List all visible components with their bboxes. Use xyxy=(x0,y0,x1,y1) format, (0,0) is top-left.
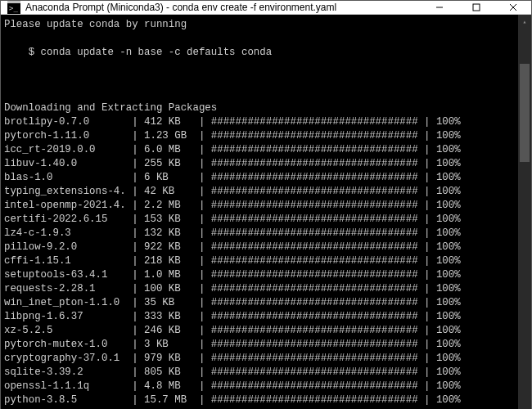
package-row: setuptools-63.4.1 | 1.0 MB | ###########… xyxy=(4,268,518,282)
terminal-message-line xyxy=(4,88,518,101)
package-row: pytorch-mutex-1.0 | 3 KB | #############… xyxy=(4,338,518,352)
minimize-button[interactable] xyxy=(421,1,458,14)
scroll-thumb[interactable] xyxy=(520,64,530,162)
svg-rect-4 xyxy=(473,4,480,11)
terminal-area: Please update conda by running $ conda u… xyxy=(1,15,531,409)
terminal-message-line: $ conda update -n base -c defaults conda xyxy=(4,46,518,60)
package-row: python-3.8.5 | 15.7 MB | ###############… xyxy=(4,393,518,407)
package-row: sqlite-3.39.2 | 805 KB | ###############… xyxy=(4,366,518,380)
window-frame: >_ Anaconda Prompt (Miniconda3) - conda … xyxy=(0,0,532,409)
package-row: requests-2.28.1 | 100 KB | #############… xyxy=(4,282,518,296)
package-row: xz-5.2.5 | 246 KB | ####################… xyxy=(4,324,518,338)
terminal-message-line: Downloading and Extracting Packages xyxy=(4,101,518,115)
package-row: typing_extensions-4. | 42 KB | #########… xyxy=(4,185,518,199)
package-row: libpng-1.6.37 | 333 KB | ###############… xyxy=(4,310,518,324)
package-row: brotlipy-0.7.0 | 412 KB | ##############… xyxy=(4,115,518,129)
svg-rect-1 xyxy=(7,1,20,3)
maximize-button[interactable] xyxy=(458,1,494,14)
package-row: cryptography-37.0.1 | 979 KB | #########… xyxy=(4,352,518,366)
svg-text:>_: >_ xyxy=(9,4,18,12)
package-row: intel-openmp-2021.4. | 2.2 MB | ########… xyxy=(4,199,518,213)
terminal-message-line xyxy=(4,32,518,46)
window-title: Anaconda Prompt (Miniconda3) - conda env… xyxy=(25,2,421,13)
minimize-icon xyxy=(435,3,444,11)
package-row: certifi-2022.6.15 | 153 KB | ###########… xyxy=(4,213,518,227)
maximize-icon xyxy=(472,3,480,11)
close-icon xyxy=(509,3,517,11)
package-row: lz4-c-1.9.3 | 132 KB | #################… xyxy=(4,227,518,240)
terminal-message-line xyxy=(4,74,518,88)
terminal-output[interactable]: Please update conda by running $ conda u… xyxy=(1,15,518,409)
terminal-message-line xyxy=(4,60,518,74)
scroll-up-arrow-icon[interactable]: ▴ xyxy=(518,15,531,28)
package-row: cffi-1.15.1 | 218 KB | #################… xyxy=(4,254,518,268)
close-button[interactable] xyxy=(494,1,531,14)
terminal-icon: >_ xyxy=(7,1,20,14)
package-row: pytorch-1.11.0 | 1.23 GB | #############… xyxy=(4,129,518,143)
terminal-message-line: Please update conda by running xyxy=(4,18,518,32)
package-row: win_inet_pton-1.1.0 | 35 KB | ##########… xyxy=(4,296,518,310)
titlebar[interactable]: >_ Anaconda Prompt (Miniconda3) - conda … xyxy=(1,1,531,15)
scrollbar[interactable]: ▴ ▾ xyxy=(518,15,531,409)
window-controls xyxy=(421,1,531,14)
package-row: blas-1.0 | 6 KB | ######################… xyxy=(4,171,518,185)
package-row: pillow-9.2.0 | 922 KB | ################… xyxy=(4,240,518,254)
package-row: libuv-1.40.0 | 255 KB | ################… xyxy=(4,157,518,171)
package-row: openssl-1.1.1q | 4.8 MB | ##############… xyxy=(4,380,518,393)
package-row: icc_rt-2019.0.0 | 6.0 MB | #############… xyxy=(4,143,518,157)
